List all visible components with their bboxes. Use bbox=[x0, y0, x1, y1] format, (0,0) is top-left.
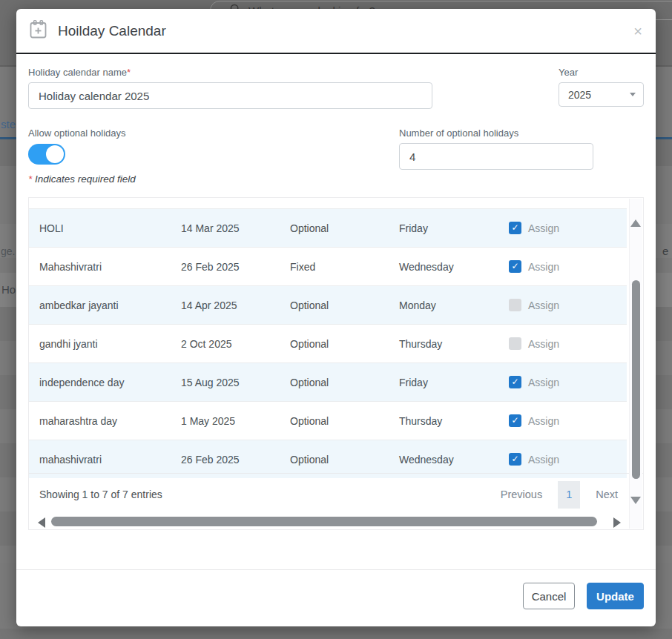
cancel-button[interactable]: Cancel bbox=[523, 583, 575, 609]
holiday-type: Optional bbox=[290, 299, 399, 311]
holiday-type: Optional bbox=[290, 377, 399, 388]
modal-header: Hoilday Calendar × bbox=[16, 9, 656, 54]
holiday-name: mahashivratri bbox=[29, 454, 181, 466]
modal-title: Hoilday Calendar bbox=[58, 23, 166, 39]
scroll-right-icon[interactable] bbox=[613, 517, 621, 528]
previous-page-button[interactable]: Previous bbox=[501, 489, 542, 500]
chevron-down-icon bbox=[630, 93, 636, 96]
holiday-name: gandhi jyanti bbox=[29, 338, 181, 350]
vertical-scroll-thumb[interactable] bbox=[632, 280, 640, 479]
holiday-calendar-modal: Hoilday Calendar × Holiday calendar name… bbox=[16, 9, 656, 626]
modal-body: Holiday calendar name* Year 2025 Allow o… bbox=[16, 67, 656, 609]
holiday-day: Monday bbox=[399, 299, 509, 311]
current-page-button[interactable]: 1 bbox=[558, 481, 580, 509]
holiday-type: Optional bbox=[290, 338, 399, 350]
horizontal-scroll-thumb[interactable] bbox=[51, 517, 597, 526]
holiday-date: 15 Aug 2025 bbox=[181, 377, 290, 388]
pagination: Previous 1 Next bbox=[501, 481, 618, 509]
holiday-date: 26 Feb 2025 bbox=[181, 261, 290, 273]
calendar-name-label: Holiday calendar name* bbox=[28, 67, 432, 78]
holiday-table: HOLI 14 Mar 2025 Optional Friday ✓Assign… bbox=[28, 197, 644, 530]
background-text-fragment: e bbox=[662, 245, 668, 257]
holiday-name: independence day bbox=[29, 377, 181, 388]
table-row: independence day 15 Aug 2025 Optional Fr… bbox=[29, 362, 627, 401]
assign-label: Assign bbox=[528, 377, 559, 388]
background-band bbox=[0, 629, 672, 639]
holiday-type: Optional bbox=[290, 454, 399, 466]
year-label: Year bbox=[559, 67, 644, 78]
calendar-name-input[interactable] bbox=[28, 82, 432, 109]
scroll-down-icon[interactable] bbox=[630, 497, 641, 504]
toggle-knob bbox=[46, 145, 64, 163]
table-footer: Showing 1 to 7 of 7 entries Previous 1 N… bbox=[29, 473, 643, 515]
scroll-left-icon[interactable] bbox=[38, 517, 45, 528]
required-field-note: * Indicates required field bbox=[28, 173, 644, 185]
assign-checkbox[interactable]: ✓ bbox=[509, 260, 521, 273]
assign-label: Assign bbox=[528, 299, 559, 311]
close-icon[interactable]: × bbox=[633, 24, 642, 39]
year-value: 2025 bbox=[568, 89, 591, 101]
assign-label: Assign bbox=[528, 338, 559, 350]
holiday-day: Wednesday bbox=[399, 261, 509, 273]
footer-divider bbox=[16, 569, 656, 570]
holiday-day: Thursday bbox=[399, 415, 509, 427]
modal-footer: Cancel Update bbox=[28, 583, 644, 609]
holiday-rows: HOLI 14 Mar 2025 Optional Friday ✓Assign… bbox=[29, 198, 643, 478]
assign-checkbox[interactable]: ✓ bbox=[509, 414, 521, 427]
holiday-type: Optional bbox=[290, 222, 399, 234]
table-row: HOLI 14 Mar 2025 Optional Friday ✓Assign bbox=[29, 208, 627, 247]
holiday-day: Friday bbox=[399, 222, 509, 234]
holiday-day: Wednesday bbox=[399, 454, 509, 466]
vertical-scrollbar[interactable] bbox=[629, 199, 642, 529]
background-text-fragment: ge. bbox=[1, 245, 15, 257]
holiday-name: maharashtra day bbox=[29, 415, 181, 427]
allow-optional-label: Allow optional holidays bbox=[28, 128, 399, 139]
assign-checkbox[interactable]: ✓ bbox=[509, 337, 521, 350]
assign-label: Assign bbox=[528, 261, 559, 273]
table-row: Mahashivratri 26 Feb 2025 Fixed Wednesda… bbox=[29, 247, 627, 285]
optional-count-input[interactable] bbox=[399, 143, 593, 170]
holiday-name: HOLI bbox=[29, 222, 181, 234]
calendar-plus-icon bbox=[30, 20, 47, 42]
assign-label: Assign bbox=[528, 222, 559, 234]
assign-checkbox[interactable]: ✓ bbox=[509, 299, 521, 311]
holiday-day: Friday bbox=[399, 377, 509, 388]
holiday-date: 2 Oct 2025 bbox=[181, 338, 290, 350]
holiday-type: Optional bbox=[290, 415, 399, 427]
assign-label: Assign bbox=[528, 415, 559, 427]
holiday-date: 26 Feb 2025 bbox=[181, 454, 290, 466]
holiday-name: Mahashivratri bbox=[29, 261, 181, 273]
table-row: maharashtra day 1 May 2025 Optional Thur… bbox=[29, 401, 627, 440]
optional-holidays-toggle[interactable] bbox=[28, 144, 65, 165]
entries-summary: Showing 1 to 7 of 7 entries bbox=[39, 489, 501, 500]
holiday-name: ambedkar jayanti bbox=[29, 299, 181, 311]
holiday-date: 14 Mar 2025 bbox=[181, 222, 290, 234]
holiday-date: 14 Apr 2025 bbox=[181, 299, 290, 311]
holiday-type: Fixed bbox=[290, 261, 399, 273]
optional-count-label: Number of optional holidays bbox=[399, 128, 593, 139]
table-row: ambedkar jayanti 14 Apr 2025 Optional Mo… bbox=[29, 285, 627, 324]
next-page-button[interactable]: Next bbox=[596, 489, 618, 500]
assign-checkbox[interactable]: ✓ bbox=[509, 453, 521, 466]
scroll-up-icon[interactable] bbox=[630, 219, 641, 227]
year-select[interactable]: 2025 bbox=[559, 82, 644, 107]
table-row: gandhi jyanti 2 Oct 2025 Optional Thursd… bbox=[29, 324, 627, 362]
holiday-day: Thursday bbox=[399, 338, 509, 350]
assign-label: Assign bbox=[528, 454, 559, 466]
assign-checkbox[interactable]: ✓ bbox=[509, 376, 521, 388]
horizontal-scrollbar[interactable] bbox=[29, 515, 629, 530]
assign-checkbox[interactable]: ✓ bbox=[509, 222, 521, 234]
update-button[interactable]: Update bbox=[587, 583, 644, 609]
holiday-date: 1 May 2025 bbox=[181, 415, 290, 427]
